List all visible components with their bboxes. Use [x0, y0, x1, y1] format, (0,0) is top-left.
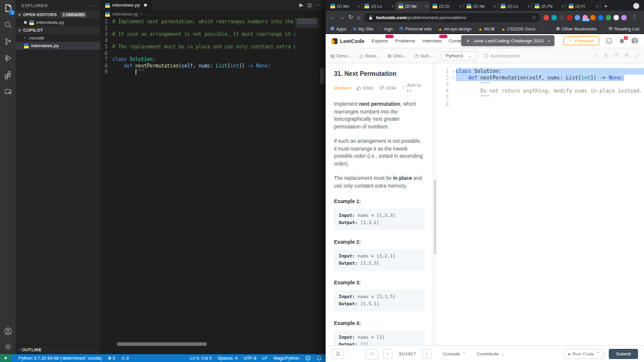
- python-interpreter[interactable]: Python 3.7.10 64-bit ('determined': cond…: [19, 355, 102, 361]
- browser-tab-4[interactable]: (2) Ne×: [464, 1, 498, 11]
- tab-close-icon[interactable]: ×: [528, 4, 530, 8]
- run-file-icon[interactable]: ▶: [299, 2, 303, 8]
- editor-line-2[interactable]: 2▾ def nextPermutation(self, nums: List[…: [437, 75, 644, 81]
- format-code-icon[interactable]: {}: [604, 53, 607, 59]
- extensions-icon[interactable]: [2, 69, 13, 80]
- profile-circle-icon[interactable]: [633, 3, 639, 9]
- code-line-1[interactable]: 1# Implement next permutation, which rea…: [100, 19, 326, 26]
- account-icon[interactable]: [2, 326, 13, 336]
- chrome-menu-icon[interactable]: ⋮: [631, 14, 637, 20]
- editor-settings-icon[interactable]: ⚙: [624, 53, 628, 59]
- nav-explore[interactable]: Explore: [372, 37, 388, 45]
- bookmark-star-icon[interactable]: ☆: [532, 15, 536, 20]
- tab-solution[interactable]: △Solut...: [359, 53, 379, 59]
- editor-tab-interviews-py[interactable]: interviews.py: [100, 0, 152, 10]
- hint-icon[interactable]: ⟨: [596, 53, 597, 59]
- reload-icon[interactable]: ↻: [348, 14, 353, 20]
- bookmark-mlib[interactable]: ▲MLIB: [479, 26, 495, 32]
- console-toggle[interactable]: Console⌃: [443, 351, 466, 357]
- premium-button[interactable]: ☆Premium: [563, 36, 599, 45]
- minimap[interactable]: [295, 18, 319, 341]
- code-line-5[interactable]: 5# The replacement must be in place and …: [100, 44, 326, 51]
- bookmark-logo[interactable]: ∴logo: [380, 26, 393, 32]
- extension-icon-0[interactable]: [544, 15, 549, 20]
- search-icon[interactable]: [2, 19, 13, 30]
- other-bookmarks[interactable]: ▣Other Bookmarks: [556, 26, 597, 32]
- indentation[interactable]: Spaces: 4: [217, 355, 237, 361]
- fold-caret-icon[interactable]: ▾: [451, 75, 456, 81]
- bookmark-cs329s-docs[interactable]: ▲CS329S Docs: [501, 26, 535, 32]
- browser-tab-3[interactable]: (2) Di×: [430, 1, 464, 11]
- breadcrumb[interactable]: interviews.py › …: [100, 10, 326, 18]
- eol[interactable]: LF: [262, 355, 268, 361]
- workspace-folder-header[interactable]: ∨ COPILOT: [16, 26, 100, 34]
- code-line-3[interactable]: 3# If such an arrangement is not possibl…: [100, 32, 326, 38]
- extension-icon-4[interactable]: [575, 15, 580, 20]
- editor-line-1[interactable]: 1▾class Solution:: [437, 68, 644, 75]
- more-actions-icon[interactable]: ⋯: [316, 2, 321, 8]
- tab-close-icon[interactable]: ×: [596, 4, 598, 8]
- user-avatar[interactable]: [631, 38, 638, 44]
- description-scrollbar[interactable]: [432, 63, 436, 345]
- fullscreen-icon[interactable]: ⤢: [636, 53, 639, 59]
- code-editor[interactable]: 1# Implement next permutation, which rea…: [100, 18, 326, 354]
- run-debug-icon[interactable]: [2, 53, 13, 63]
- editor-line-3[interactable]: 3 """: [437, 81, 644, 88]
- run-code-button[interactable]: ▸Run Code⌃: [564, 349, 604, 359]
- errors-count[interactable]: ⊗ 0: [108, 355, 115, 361]
- leetcode-code-editor[interactable]: 1▾class Solution:2▾ def nextPermutation(…: [436, 63, 644, 345]
- shuffle-button[interactable]: ⤬: [366, 349, 378, 360]
- fold-caret-icon[interactable]: ▾: [451, 68, 456, 75]
- split-editor-icon[interactable]: ◫: [307, 2, 312, 8]
- browser-tab-1[interactable]: (2) Lo×: [362, 1, 396, 11]
- code-line-6[interactable]: 6: [100, 51, 326, 57]
- extension-icon-8[interactable]: [606, 15, 611, 20]
- cursor-position[interactable]: Ln 9, Col 9: [190, 355, 211, 361]
- nav-interview[interactable]: Interview: [422, 37, 441, 45]
- problem-list-button[interactable]: ☰: [332, 349, 344, 359]
- notifications-bell-icon[interactable]: [317, 355, 322, 361]
- interview-terminal-icon[interactable]: [606, 38, 612, 44]
- nav-problems[interactable]: Problems: [395, 37, 415, 45]
- autocomplete-checkbox[interactable]: Autocomplete: [484, 53, 520, 59]
- code-line-8[interactable]: 8 def nextPermutation(self, nums: List[i…: [100, 63, 326, 70]
- open-editors-header[interactable]: ∨ OPEN EDITORS 1 UNSAVED: [16, 11, 100, 19]
- editor-line-4[interactable]: 4 Do not return anything, modify nums in…: [437, 88, 644, 94]
- language-mode[interactable]: MagicPython: [274, 355, 299, 361]
- tab-discuss[interactable]: ◍Disc...: [388, 53, 407, 59]
- tree-item-interviews-py[interactable]: interviews.py: [16, 42, 100, 50]
- bookmarks-overflow-icon[interactable]: »: [542, 26, 544, 32]
- reading-list[interactable]: ▤Reading List: [609, 26, 639, 32]
- notifications-bell[interactable]: 2: [619, 38, 625, 44]
- extension-icon-7[interactable]: [598, 15, 603, 20]
- next-problem-button[interactable]: ›: [422, 349, 432, 359]
- browser-tab-6[interactable]: (2) Pe×: [532, 1, 566, 11]
- bookmark-apps[interactable]: ▦Apps: [330, 26, 346, 32]
- extension-icon-9[interactable]: [614, 15, 619, 20]
- encoding[interactable]: UTF-8: [244, 355, 256, 361]
- add-to-list[interactable]: ♡ Add to Li: [401, 82, 425, 93]
- extension-icon-10[interactable]: [621, 15, 627, 20]
- code-line-7[interactable]: 7class Solution:: [100, 57, 326, 63]
- tab-submissions[interactable]: ◷Sub...: [415, 53, 433, 59]
- tooltip-close-icon[interactable]: ×: [548, 38, 551, 44]
- extension-icon-5[interactable]: NEW: [582, 15, 588, 20]
- remote-indicator[interactable]: [0, 354, 11, 362]
- prev-problem-button[interactable]: ‹: [383, 349, 393, 359]
- bookmark-personal-wiki[interactable]: ▤Personal wiki: [400, 26, 432, 32]
- leetcode-logo[interactable]: LeetCode: [332, 38, 364, 44]
- language-selector[interactable]: Python3⌄: [441, 51, 477, 60]
- source-control-icon[interactable]: [2, 36, 13, 47]
- tab-close-icon[interactable]: ×: [493, 4, 496, 8]
- tab-close-icon[interactable]: ×: [459, 4, 462, 8]
- tab-description[interactable]: ▤Desc...: [330, 53, 351, 59]
- feedback-smiley-icon[interactable]: [305, 355, 311, 361]
- tree-item-vscode-folder[interactable]: › .vscode: [16, 34, 100, 42]
- tab-close-icon[interactable]: ×: [425, 4, 428, 8]
- vertical-scrollbar[interactable]: [319, 18, 326, 341]
- bookmark-my-site[interactable]: ◍My Site: [353, 26, 373, 32]
- extension-icon-1[interactable]: [551, 15, 557, 20]
- submit-button[interactable]: Submit: [609, 349, 638, 359]
- settings-gear-icon[interactable]: [2, 341, 13, 352]
- code-line-4[interactable]: 4: [100, 38, 326, 45]
